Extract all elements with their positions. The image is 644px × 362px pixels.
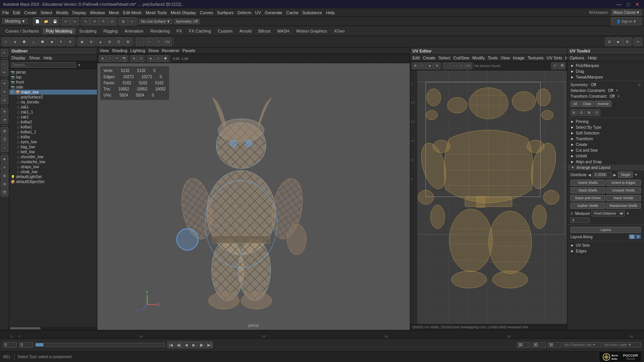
vp-tool-4[interactable]: 📷 xyxy=(121,55,128,62)
tree-item-kolba[interactable]: ◇ kolba xyxy=(9,134,97,139)
shelf-tab-sculpting[interactable]: Sculpting xyxy=(76,28,100,34)
skip-end-btn[interactable]: ▶| xyxy=(206,341,213,348)
menu-edit-mesh[interactable]: Edit Mesh xyxy=(123,10,142,15)
distribute-input[interactable] xyxy=(593,172,612,178)
scale-tool-btn[interactable]: ⊡ xyxy=(108,17,117,26)
vp-menu-renderer[interactable]: Renderer xyxy=(162,48,179,53)
timeline-playhead[interactable] xyxy=(36,343,43,346)
uv-menu-cutsew[interactable]: Cut/Sew xyxy=(453,56,470,60)
tree-item-straps-low[interactable]: ◇ straps_low xyxy=(9,164,97,169)
orient-to-edges-btn[interactable]: Orient to Edges xyxy=(606,180,641,186)
tree-item-lightset[interactable]: 💡 defaultLightSet xyxy=(9,174,97,179)
menu-help[interactable]: Help xyxy=(326,10,335,15)
character-set-dropdown[interactable]: No Character Set ▼ xyxy=(563,342,601,347)
select-by-type-item[interactable]: ▶ Select By Type xyxy=(567,124,644,130)
display-layer-btn[interactable]: ☰ xyxy=(1,136,8,143)
uv-tool-3[interactable]: ◈ xyxy=(426,62,433,69)
mesh-icon-6[interactable]: ◆ xyxy=(48,38,56,46)
vp-tool-1[interactable]: ⊞ xyxy=(99,55,106,62)
orient-shells-btn[interactable]: Orient Shells xyxy=(570,180,605,186)
measure-select[interactable]: Pixel Distance World Distance UV Distanc… xyxy=(591,210,625,216)
snap-curve-btn[interactable]: ∿ xyxy=(128,17,136,26)
shelf-tab-curves[interactable]: Curves / Surfaces xyxy=(2,28,42,34)
sign-in-btn[interactable]: 👤 Sign In ▼ xyxy=(611,17,642,26)
menu-edit[interactable]: Edit xyxy=(13,10,20,15)
uv-select-face[interactable]: □ xyxy=(458,62,465,69)
step-fwd-btn[interactable]: |▶ xyxy=(198,341,205,348)
skip-start-btn[interactable]: |◀ xyxy=(168,341,174,348)
drag-item[interactable]: ▶ Drag xyxy=(567,69,644,74)
vp-menu-shading[interactable]: Shading xyxy=(112,48,127,53)
move-tool-btn[interactable]: ✛ xyxy=(90,17,99,26)
rotate-tool-btn[interactable]: ↻ xyxy=(99,17,108,26)
menu-window[interactable]: Window xyxy=(90,10,105,15)
mesh-icon-14[interactable]: ⊠ xyxy=(124,38,132,46)
outliner-scrollbar[interactable] xyxy=(9,326,97,330)
grid-icon-2[interactable]: ⊟ xyxy=(578,109,585,116)
menu-select[interactable]: Select xyxy=(41,10,53,15)
paint-effects-btn[interactable]: ✏ xyxy=(634,38,642,46)
pick-marquee-item[interactable]: ▶ Pick/Marquee xyxy=(567,63,644,69)
menu-cache[interactable]: Cache xyxy=(286,10,299,15)
vp-shade-solid[interactable]: ⬡ xyxy=(154,55,161,62)
end-frame-input[interactable] xyxy=(517,342,531,348)
inverse-btn[interactable]: Inverse xyxy=(595,101,612,107)
uv-select-edge[interactable]: — xyxy=(450,62,457,69)
paint-select-btn[interactable]: ✏ xyxy=(1,69,8,76)
tree-item-belt-low[interactable]: ◇ belt_low xyxy=(9,149,97,154)
tree-item-kolba1-1[interactable]: ◇ kolba1_1 xyxy=(9,129,97,134)
play-back-btn[interactable]: ◀ xyxy=(183,341,190,348)
grid-icon-1[interactable]: ⊞ xyxy=(570,109,577,116)
tree-item-zak1b[interactable]: ◇ zak1 xyxy=(9,115,97,120)
tree-item-zak1-1[interactable]: ◇ zak1_1 xyxy=(9,110,97,115)
vp-tool-6[interactable]: ⊡ xyxy=(138,55,145,62)
minimize-btn[interactable]: — xyxy=(615,2,623,7)
mesh-icon-13[interactable]: ⊟ xyxy=(115,38,123,46)
stack-similar-btn[interactable]: Stack Similar xyxy=(606,195,641,201)
gather-shells-btn[interactable]: Gather Shells xyxy=(570,203,605,209)
menu-curves[interactable]: Curves xyxy=(200,10,213,15)
end-frame-input3[interactable] xyxy=(547,342,561,348)
tree-item-front[interactable]: 📷 front xyxy=(9,80,97,85)
render-region-btn[interactable]: ⊞ xyxy=(605,38,614,46)
time-start-input[interactable] xyxy=(3,342,17,348)
layout-v-btn[interactable]: V xyxy=(636,234,641,239)
shelf-tab-fx-caching[interactable]: FX Caching xyxy=(186,28,214,34)
xform-constraint-arrow[interactable]: ▼ xyxy=(617,95,620,98)
render-settings-btn[interactable]: ⚙ xyxy=(623,38,631,46)
menu-surfaces[interactable]: Surfaces xyxy=(217,10,233,15)
select-face-btn[interactable]: □ xyxy=(154,38,163,46)
tk-menu-options[interactable]: Options xyxy=(570,56,584,60)
node-editor-btn[interactable]: ◈ xyxy=(1,155,8,163)
tree-item-na-borodu[interactable]: ◇ na_borodu xyxy=(9,100,97,105)
shelf-tab-rigging[interactable]: Rigging xyxy=(100,28,121,34)
grid-icon-4[interactable]: ⊡ xyxy=(593,109,600,116)
snap-grid-btn[interactable]: ⊞ xyxy=(119,17,128,26)
transform-item[interactable]: ▶ Transform xyxy=(567,136,644,142)
attr-editor-btn[interactable]: ≡ xyxy=(1,164,8,171)
maximize-btn[interactable]: □ xyxy=(625,2,631,7)
uv-menu-image[interactable]: Image xyxy=(513,56,525,60)
viewport-canvas[interactable]: Verts: 5132 5132 0 Edges: 10272 10272 0 … xyxy=(97,63,410,330)
uv-select-uv[interactable]: UV xyxy=(465,62,472,69)
uv-zoom-fit[interactable]: ⊡ xyxy=(551,62,558,69)
rotate-btn[interactable]: ↻ xyxy=(1,88,8,96)
sel-constraint-dropdown[interactable]: Off xyxy=(608,88,613,93)
layout-u-btn[interactable]: U xyxy=(629,234,635,239)
close-btn[interactable]: ✕ xyxy=(634,2,641,7)
channel-box-btn[interactable]: ⊞ xyxy=(1,172,8,180)
uv-menu-modify[interactable]: Modify xyxy=(472,56,485,60)
mesh-icon-11[interactable]: ▲ xyxy=(96,38,105,46)
tree-item-kolba1[interactable]: ◇ kolba1 xyxy=(9,124,97,129)
render-view-btn[interactable]: 🎬 xyxy=(1,189,8,197)
shelf-tab-custom[interactable]: Custom xyxy=(215,28,235,34)
align-snap-item[interactable]: ▶ Align and Snap xyxy=(567,159,644,165)
unfold-item[interactable]: ▶ Unfold xyxy=(567,153,644,159)
undo-btn[interactable]: ↩ xyxy=(62,17,70,26)
sel-constraint-arrow[interactable]: ▼ xyxy=(615,89,618,92)
mesh-icon-10[interactable]: ⊗ xyxy=(87,38,95,46)
end-frame-input2[interactable] xyxy=(532,342,546,348)
shelf-tab-poly[interactable]: Poly Modeling xyxy=(43,28,75,34)
tool-settings-btn[interactable]: ⚙ xyxy=(1,180,8,188)
show-manip-btn[interactable]: ⊞ xyxy=(1,127,8,135)
